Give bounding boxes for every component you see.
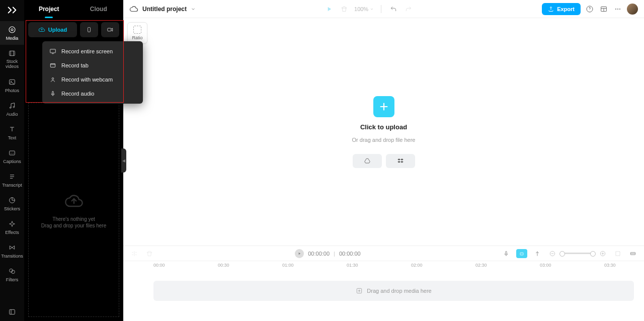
rail-captions[interactable]: Captions <box>0 144 24 168</box>
voiceover-button[interactable] <box>501 249 511 259</box>
rail-audio-label: Audio <box>6 112 18 117</box>
svg-rect-24 <box>506 251 507 254</box>
marker-button[interactable] <box>532 249 542 259</box>
cloud-icon <box>129 5 138 14</box>
layout-button[interactable] <box>599 4 609 14</box>
dd-record-audio[interactable]: Record audio <box>42 87 143 101</box>
project-name: Untitled project <box>142 6 187 13</box>
svg-point-23 <box>619 9 620 10</box>
svg-rect-11 <box>10 309 15 314</box>
zoom-level[interactable]: 100% <box>354 6 374 12</box>
rail-stickers-label: Stickers <box>4 206 20 211</box>
help-button[interactable] <box>585 4 595 14</box>
rail-stock-label: Stock videos <box>0 59 24 69</box>
cloud-upload-icon <box>38 26 45 33</box>
rail-stockvideos[interactable]: Stock videos <box>0 45 24 73</box>
rail-collapse[interactable] <box>0 308 24 321</box>
total-time: 00:00:00 <box>339 251 361 257</box>
sparkle-icon <box>8 219 17 228</box>
rail-text[interactable]: Text <box>0 121 24 144</box>
main-track-dropzone[interactable]: Drag and drop media here <box>153 281 634 301</box>
rail-photos-label: Photos <box>5 88 19 93</box>
add-media-button[interactable] <box>373 96 394 117</box>
tab-icon <box>49 62 56 69</box>
export-label: Export <box>557 6 575 12</box>
svg-point-21 <box>615 9 616 10</box>
empty-line1: There's nothing yet <box>52 216 95 222</box>
svg-point-6 <box>13 106 15 108</box>
export-button[interactable]: Export <box>542 3 581 15</box>
click-to-upload-subtitle: Or drag and drop file here <box>352 137 416 143</box>
redo-button[interactable] <box>404 4 414 14</box>
dd-record-screen[interactable]: Record entire screen <box>42 44 143 58</box>
empty-line2: Drag and drop your files here <box>41 223 107 228</box>
canvas-dropzone[interactable]: Click to upload Or drag and drop file he… <box>123 18 644 246</box>
svg-rect-16 <box>50 64 55 67</box>
rail-transcript[interactable]: Transcript <box>0 168 24 192</box>
dd-record-webcam[interactable]: Record with webcam <box>42 72 143 87</box>
rail-filters[interactable]: Filters <box>0 263 24 286</box>
play-preview-button[interactable] <box>324 4 334 14</box>
svg-rect-25 <box>520 253 523 255</box>
film-icon <box>8 49 17 58</box>
split-button[interactable] <box>129 249 139 259</box>
track-area: Drag and drop media here <box>123 271 644 321</box>
record-button[interactable] <box>101 22 119 37</box>
discard-button[interactable] <box>339 4 349 14</box>
upload-label: Upload <box>48 27 67 33</box>
panel-empty-state[interactable]: There's nothing yet Drag and drop your f… <box>28 103 119 317</box>
project-name-group[interactable]: Untitled project <box>129 5 196 14</box>
rail-stickers[interactable]: Stickers <box>0 192 24 215</box>
timeline-expand-button[interactable] <box>628 249 638 259</box>
zoom-out-button[interactable] <box>547 249 557 259</box>
svg-rect-3 <box>10 79 15 84</box>
rail-transitions[interactable]: Transitions <box>0 239 24 263</box>
rail-audio[interactable]: Audio <box>0 97 24 121</box>
dropbox-button[interactable] <box>386 154 415 168</box>
timeline-zoom-slider[interactable] <box>562 253 593 254</box>
more-button[interactable] <box>613 4 623 14</box>
tab-project-label: Project <box>39 6 59 13</box>
auto-captions-chip[interactable] <box>516 249 527 258</box>
timeline-ruler[interactable]: 00:00 00:30 01:00 01:30 02:00 02:30 03:0… <box>123 261 644 271</box>
phone-icon <box>86 26 92 34</box>
mobile-upload-button[interactable] <box>80 22 98 37</box>
cloud-upload-large-icon <box>64 191 84 211</box>
tab-project[interactable]: Project <box>24 0 74 18</box>
fit-button[interactable] <box>613 249 623 259</box>
tab-cloud[interactable]: Cloud <box>74 0 124 18</box>
record-dropdown: Record entire screen Record tab Record w… <box>42 41 143 104</box>
timeline-play-button[interactable] <box>295 249 304 258</box>
upload-button[interactable]: Upload <box>28 22 77 37</box>
ruler-tick: 02:30 <box>475 263 487 268</box>
svg-rect-2 <box>10 51 15 55</box>
photo-icon <box>8 77 17 87</box>
ratio-icon <box>133 26 141 34</box>
svg-point-1 <box>11 29 13 31</box>
ruler-tick: 03:30 <box>604 263 616 268</box>
dd-record-tab[interactable]: Record tab <box>42 58 143 72</box>
zoom-in-button[interactable] <box>598 249 608 259</box>
svg-rect-30 <box>616 251 620 255</box>
app-logo[interactable] <box>5 3 19 17</box>
rail-transitions-label: Transitions <box>1 254 23 259</box>
delete-clip-button[interactable] <box>144 249 154 259</box>
transcript-icon <box>8 172 17 181</box>
rail-media-label: Media <box>6 36 19 41</box>
rail-media[interactable]: Media <box>0 21 24 45</box>
ruler-tick: 01:30 <box>347 263 358 268</box>
rail-photos[interactable]: Photos <box>0 73 24 97</box>
svg-point-5 <box>10 107 11 108</box>
canvas-area: Ratio Click to upload Or drag and drop f… <box>123 18 644 246</box>
dd-record-webcam-label: Record with webcam <box>61 76 113 83</box>
monitor-icon <box>49 48 56 55</box>
google-drive-button[interactable] <box>353 154 382 168</box>
click-to-upload-title: Click to upload <box>360 123 407 131</box>
svg-point-4 <box>11 81 12 82</box>
ratio-button[interactable]: Ratio <box>127 22 147 44</box>
music-icon <box>8 101 17 110</box>
undo-button[interactable] <box>388 4 398 14</box>
rail-effects[interactable]: Effects <box>0 215 24 239</box>
svg-rect-7 <box>10 151 15 155</box>
user-avatar[interactable] <box>627 4 638 15</box>
